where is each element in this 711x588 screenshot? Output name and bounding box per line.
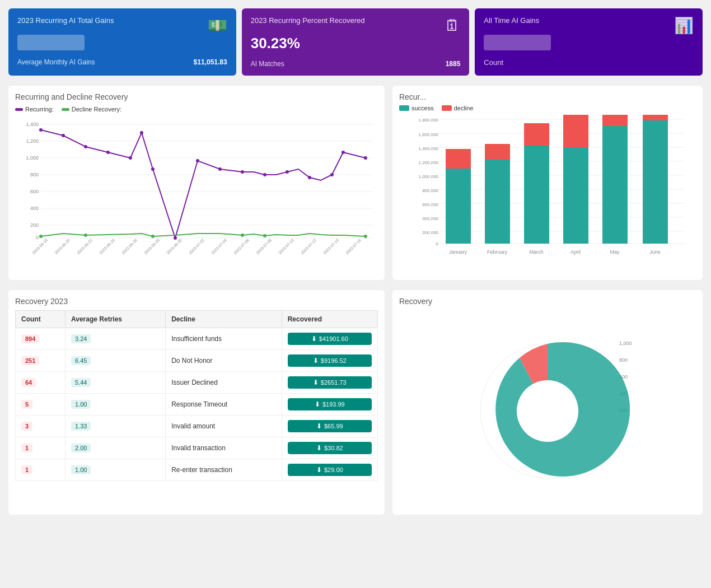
card-all-time: All Time AI Gains 📊 Count bbox=[475, 8, 703, 76]
svg-point-20 bbox=[129, 156, 132, 160]
bar-apr-success bbox=[563, 137, 588, 244]
radar-chart-svg: 1,000 800 600 400 200 bbox=[399, 310, 696, 506]
legend-decline-label: Decline Recovery: bbox=[72, 106, 121, 113]
download-icon-2: ⬇ bbox=[313, 379, 319, 386]
cell-retries-4: 1.33 bbox=[66, 416, 166, 437]
table-title: Recovery 2023 bbox=[15, 297, 378, 306]
svg-text:2023-07-06: 2023-07-06 bbox=[233, 238, 250, 255]
bar-mar-success bbox=[524, 146, 549, 244]
svg-text:February: February bbox=[487, 249, 508, 255]
svg-text:1,200,000: 1,200,000 bbox=[418, 160, 438, 165]
cell-retries-5: 2.00 bbox=[66, 437, 166, 459]
svg-point-38 bbox=[364, 235, 367, 238]
table-row: 5 1.00 Response Timeout ⬇ $193.99 bbox=[16, 394, 378, 416]
svg-text:400,000: 400,000 bbox=[422, 216, 438, 221]
legend-decline: Decline Recovery: bbox=[62, 106, 121, 113]
bar-feb-success bbox=[485, 160, 510, 244]
bar-chart-section: Recur... success decline 1,800,000 1,600… bbox=[392, 86, 703, 280]
svg-text:400: 400 bbox=[30, 206, 39, 211]
svg-point-31 bbox=[342, 151, 345, 154]
svg-text:2023-07-14: 2023-07-14 bbox=[322, 238, 339, 255]
recovered-badge-6: ⬇ $29.00 bbox=[288, 464, 372, 476]
svg-text:2023-07-10: 2023-07-10 bbox=[278, 238, 294, 255]
retry-badge-2: 5.44 bbox=[71, 378, 91, 387]
card2-title: 2023 Recurring Percent Recovered bbox=[251, 16, 365, 25]
success-legend-dot bbox=[399, 105, 409, 111]
legend-success: success bbox=[399, 105, 434, 111]
svg-point-33 bbox=[39, 235, 43, 238]
svg-point-19 bbox=[106, 151, 110, 154]
table-header-row: Count Average Retries Decline Recovered bbox=[16, 311, 378, 328]
svg-text:2023-06-28: 2023-06-28 bbox=[143, 238, 160, 255]
cell-retries-6: 1.00 bbox=[66, 459, 166, 481]
col-recovered: Recovered bbox=[282, 311, 377, 328]
recovery-table: Count Average Retries Decline Recovered … bbox=[15, 310, 378, 481]
cell-count-0: 894 bbox=[16, 328, 66, 350]
cell-decline-4: Invalid amount bbox=[166, 416, 282, 437]
col-retries: Average Retries bbox=[66, 311, 166, 328]
svg-text:800: 800 bbox=[619, 357, 628, 363]
cell-recovered-4: ⬇ $65.99 bbox=[282, 416, 377, 437]
svg-text:600,000: 600,000 bbox=[422, 202, 438, 207]
svg-point-28 bbox=[286, 170, 289, 174]
card3-title: All Time AI Gains bbox=[484, 16, 539, 25]
line-chart-title: Recurring and Decline Recovery bbox=[15, 92, 378, 101]
cell-recovered-1: ⬇ $9196.52 bbox=[282, 350, 377, 372]
svg-text:2023-06-18: 2023-06-18 bbox=[31, 238, 48, 255]
svg-text:2023-06-22: 2023-06-22 bbox=[76, 238, 93, 255]
svg-point-24 bbox=[196, 159, 199, 162]
cell-count-5: 1 bbox=[16, 437, 66, 459]
download-icon-0: ⬇ bbox=[311, 335, 317, 343]
count-badge-6: 1 bbox=[21, 465, 32, 474]
svg-text:0: 0 bbox=[436, 241, 439, 246]
bar-legend: success decline bbox=[399, 105, 696, 111]
bar-may-decline2 bbox=[602, 115, 628, 126]
bar-chart-svg: 1,800,000 1,600,000 1,400,000 1,200,000 … bbox=[399, 115, 696, 272]
recurring-legend-dot bbox=[15, 108, 23, 111]
bar-chart-title: Recur... bbox=[399, 92, 696, 101]
cell-retries-1: 6.45 bbox=[66, 350, 166, 372]
svg-text:2023-07-12: 2023-07-12 bbox=[300, 238, 317, 255]
svg-text:1,000: 1,000 bbox=[619, 340, 632, 346]
svg-text:1,400,000: 1,400,000 bbox=[418, 146, 438, 151]
recovered-badge-2: ⬇ $2651.73 bbox=[288, 376, 372, 389]
card-recurring-total: 2023 Recurring AI Total Gains 💵 Average … bbox=[8, 8, 236, 76]
cell-decline-6: Re-enter transaction bbox=[166, 459, 282, 481]
cell-decline-2: Issuer Declined bbox=[166, 372, 282, 394]
download-icon-3: ⬇ bbox=[315, 400, 320, 408]
recovered-badge-3: ⬇ $193.99 bbox=[288, 398, 372, 410]
bar-jun-decline bbox=[643, 115, 668, 120]
svg-text:2023-06-20: 2023-06-20 bbox=[54, 238, 71, 255]
recovered-badge-1: ⬇ $9196.52 bbox=[288, 354, 372, 367]
cell-retries-3: 1.00 bbox=[66, 394, 166, 416]
retry-badge-1: 6.45 bbox=[71, 356, 91, 365]
retry-badge-4: 1.33 bbox=[71, 422, 91, 431]
cell-count-1: 251 bbox=[16, 350, 66, 372]
svg-point-27 bbox=[263, 173, 266, 176]
svg-text:2023-07-02: 2023-07-02 bbox=[188, 238, 205, 255]
svg-text:200,000: 200,000 bbox=[422, 230, 438, 235]
svg-point-17 bbox=[62, 134, 65, 137]
download-icon-5: ⬇ bbox=[316, 444, 322, 452]
bar-apr-decline2 bbox=[563, 115, 588, 137]
pie-section: Recovery 1,000 800 600 400 200 bbox=[392, 290, 703, 515]
legend-success-label: success bbox=[411, 105, 434, 111]
card1-title: 2023 Recurring AI Total Gains bbox=[17, 16, 114, 25]
svg-text:1,600,000: 1,600,000 bbox=[418, 132, 438, 137]
svg-point-34 bbox=[84, 234, 87, 237]
cell-retries-0: 3.24 bbox=[66, 328, 166, 350]
bar-may-success bbox=[602, 126, 628, 244]
svg-text:600: 600 bbox=[30, 189, 39, 194]
count-badge-3: 5 bbox=[21, 400, 32, 409]
svg-text:1,200: 1,200 bbox=[26, 138, 39, 144]
svg-text:1,800,000: 1,800,000 bbox=[418, 118, 438, 123]
svg-text:2023-06-26: 2023-06-26 bbox=[121, 238, 138, 255]
decline-bar-legend-dot bbox=[442, 105, 452, 111]
card2-footer: AI Matches 1885 bbox=[251, 60, 461, 68]
svg-point-23 bbox=[174, 236, 177, 240]
bar-jan-success bbox=[446, 169, 471, 244]
card3-value-box bbox=[484, 35, 551, 50]
cell-count-6: 1 bbox=[16, 459, 66, 481]
download-icon-4: ⬇ bbox=[316, 422, 322, 430]
line-chart-section: Recurring and Decline Recovery Recurring… bbox=[8, 86, 385, 280]
